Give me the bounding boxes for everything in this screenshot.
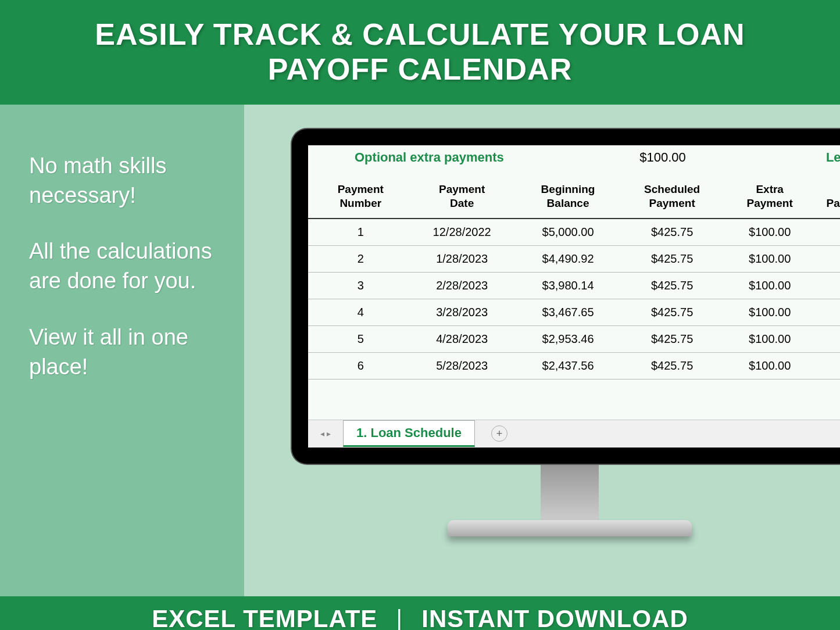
bullet-3: View it all in one place! xyxy=(29,323,215,382)
cell-begin: $2,437.56 xyxy=(517,352,620,379)
headline-line1: EASILY TRACK & CALCULATE YOUR LOAN xyxy=(35,17,805,52)
cell-extra: $100.00 xyxy=(725,219,814,246)
cell-extra: $100.00 xyxy=(725,299,814,325)
col-scheduled-payment: ScheduledPayment xyxy=(619,176,725,219)
bullet-1: No math skills necessary! xyxy=(29,151,215,211)
cell-num: 5 xyxy=(308,325,408,352)
sheet-header-row: Optional extra payments $100.00 Len xyxy=(308,145,840,176)
cell-partial xyxy=(814,299,840,325)
table-row: 21/28/2023$4,490.92$425.75$100.00 xyxy=(308,245,840,272)
bullet-2: All the calculations are done for you. xyxy=(29,237,215,296)
left-panel: No math skills necessary! All the calcul… xyxy=(0,105,244,596)
cell-partial xyxy=(814,325,840,352)
cell-date: 2/28/2023 xyxy=(408,272,517,299)
cell-begin: $3,980.14 xyxy=(517,272,620,299)
cell-sched: $425.75 xyxy=(619,325,725,352)
cell-sched: $425.75 xyxy=(619,219,725,246)
cell-partial xyxy=(814,272,840,299)
cell-extra: $100.00 xyxy=(725,245,814,272)
cell-extra: $100.00 xyxy=(725,272,814,299)
col-payment-date: PaymentDate xyxy=(408,176,517,219)
cell-extra: $100.00 xyxy=(725,325,814,352)
col-payment-number: PaymentNumber xyxy=(308,176,408,219)
cell-begin: $4,490.92 xyxy=(517,245,620,272)
cell-date: 3/28/2023 xyxy=(408,299,517,325)
col-beginning-balance: BeginningBalance xyxy=(517,176,620,219)
monitor-graphic: Optional extra payments $100.00 Len Paym… xyxy=(291,128,840,602)
headline-line2: PAYOFF CALENDAR xyxy=(35,52,805,87)
cell-sched: $425.75 xyxy=(619,272,725,299)
mid-section: No math skills necessary! All the calcul… xyxy=(0,105,840,596)
cell-num: 6 xyxy=(308,352,408,379)
cell-sched: $425.75 xyxy=(619,352,725,379)
col-partial: Pa xyxy=(814,176,840,219)
cell-num: 2 xyxy=(308,245,408,272)
cell-num: 3 xyxy=(308,272,408,299)
monitor-stand-base xyxy=(448,520,692,536)
table-row: 65/28/2023$2,437.56$425.75$100.00 xyxy=(308,352,840,379)
table-row: 32/28/2023$3,980.14$425.75$100.00 xyxy=(308,272,840,299)
footer-right: INSTANT DOWNLOAD xyxy=(421,605,688,630)
cell-num: 4 xyxy=(308,299,408,325)
loan-table: PaymentNumber PaymentDate BeginningBalan… xyxy=(308,176,840,380)
monitor-screen: Optional extra payments $100.00 Len Paym… xyxy=(308,145,840,448)
cell-begin: $2,953.46 xyxy=(517,325,620,352)
add-sheet-button[interactable]: + xyxy=(491,425,507,442)
spreadsheet: Optional extra payments $100.00 Len Paym… xyxy=(308,145,840,420)
cell-num: 1 xyxy=(308,219,408,246)
monitor-bezel: Optional extra payments $100.00 Len Paym… xyxy=(291,128,840,465)
table-header-row: PaymentNumber PaymentDate BeginningBalan… xyxy=(308,176,840,219)
cell-begin: $3,467.65 xyxy=(517,299,620,325)
table-row: 43/28/2023$3,467.65$425.75$100.00 xyxy=(308,299,840,325)
cell-date: 4/28/2023 xyxy=(408,325,517,352)
cell-sched: $425.75 xyxy=(619,299,725,325)
cell-date: 12/28/2022 xyxy=(408,219,517,246)
cell-extra: $100.00 xyxy=(725,352,814,379)
cell-sched: $425.75 xyxy=(619,245,725,272)
cell-partial xyxy=(814,352,840,379)
tab-nav-arrows[interactable]: ◂ ▸ xyxy=(308,429,343,438)
cell-partial xyxy=(814,245,840,272)
footer-divider: | xyxy=(396,605,403,630)
cell-partial xyxy=(814,219,840,246)
tab-loan-schedule[interactable]: 1. Loan Schedule xyxy=(343,420,475,447)
monitor-chin xyxy=(292,464,840,465)
table-row: 54/28/2023$2,953.46$425.75$100.00 xyxy=(308,325,840,352)
optional-extra-value: $100.00 xyxy=(587,150,738,165)
cell-date: 1/28/2023 xyxy=(408,245,517,272)
top-banner: EASILY TRACK & CALCULATE YOUR LOAN PAYOF… xyxy=(0,0,840,105)
sheet-tab-bar: ◂ ▸ 1. Loan Schedule + xyxy=(308,420,840,448)
footer-left: EXCEL TEMPLATE xyxy=(152,605,377,630)
table-row: 112/28/2022$5,000.00$425.75$100.00 xyxy=(308,219,840,246)
optional-extra-label: Optional extra payments xyxy=(308,150,517,165)
cell-begin: $5,000.00 xyxy=(517,219,620,246)
cell-date: 5/28/2023 xyxy=(408,352,517,379)
right-panel: Optional extra payments $100.00 Len Paym… xyxy=(244,105,840,596)
col-extra-payment: ExtraPayment xyxy=(725,176,814,219)
len-label: Len xyxy=(826,150,840,165)
monitor-stand-neck xyxy=(541,465,599,520)
